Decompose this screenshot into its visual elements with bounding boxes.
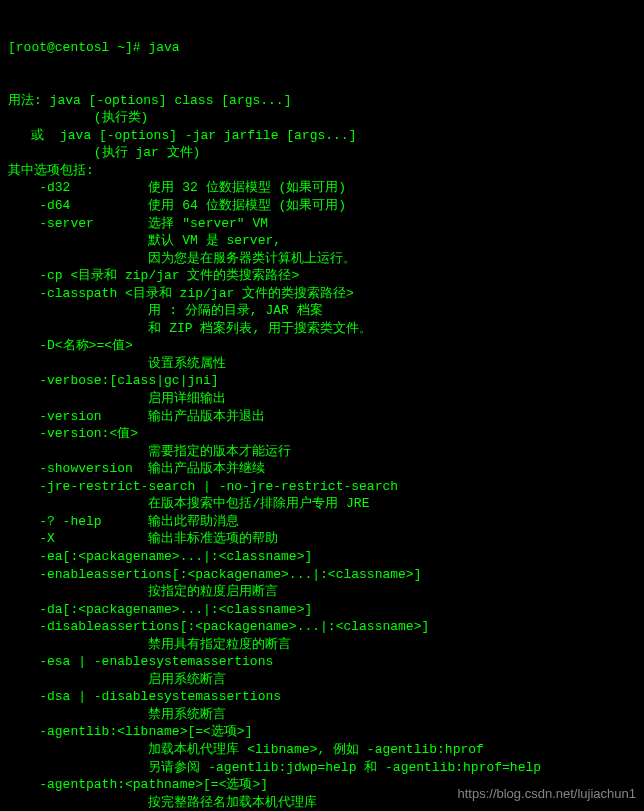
output-line: -server 选择 "server" VM [8, 215, 636, 233]
output-line: (执行类) [8, 109, 636, 127]
output-line: 加载本机代理库 <libname>, 例如 -agentlib:hprof [8, 741, 636, 759]
output-line: (执行 jar 文件) [8, 144, 636, 162]
output-line: -D<名称>=<值> [8, 337, 636, 355]
output-line: -version 输出产品版本并退出 [8, 408, 636, 426]
output-line: -dsa | -disablesystemassertions [8, 688, 636, 706]
output-line: 和 ZIP 档案列表, 用于搜索类文件。 [8, 320, 636, 338]
output-line: 启用系统断言 [8, 671, 636, 689]
output-line: 在版本搜索中包括/排除用户专用 JRE [8, 495, 636, 513]
output-line: 或 java [-options] -jar jarfile [args...] [8, 127, 636, 145]
output-line: 启用详细输出 [8, 390, 636, 408]
prompt-line: [root@centosl ~]# java [8, 39, 636, 57]
output-line: 其中选项包括: [8, 162, 636, 180]
prompt-text: [root@centosl ~]# java [8, 40, 180, 55]
output-line: -esa | -enablesystemassertions [8, 653, 636, 671]
output-line: -verbose:[class|gc|jni] [8, 372, 636, 390]
output-line: 按指定的粒度启用断言 [8, 583, 636, 601]
output-line: -d64 使用 64 位数据模型 (如果可用) [8, 197, 636, 215]
output-line: -showversion 输出产品版本并继续 [8, 460, 636, 478]
output-line: -classpath <目录和 zip/jar 文件的类搜索路径> [8, 285, 636, 303]
watermark: https://blog.csdn.net/lujiachun1 [457, 785, 636, 803]
output-line: -jre-restrict-search | -no-jre-restrict-… [8, 478, 636, 496]
output-line: 因为您是在服务器类计算机上运行。 [8, 250, 636, 268]
output-line: 禁用系统断言 [8, 706, 636, 724]
output-line: -version:<值> [8, 425, 636, 443]
output-line: -X 输出非标准选项的帮助 [8, 530, 636, 548]
output-line: -enableassertions[:<packagename>...|:<cl… [8, 566, 636, 584]
output-line: -agentlib:<libname>[=<选项>] [8, 723, 636, 741]
output-line: -cp <目录和 zip/jar 文件的类搜索路径> [8, 267, 636, 285]
terminal-output: [root@centosl ~]# java 用法: java [-option… [8, 4, 636, 811]
output-line: 需要指定的版本才能运行 [8, 443, 636, 461]
output-line: 默认 VM 是 server, [8, 232, 636, 250]
output-line: 用法: java [-options] class [args...] [8, 92, 636, 110]
output-lines: 用法: java [-options] class [args...] (执行类… [8, 92, 636, 811]
output-line: -disableassertions[:<packagename>...|:<c… [8, 618, 636, 636]
output-line: -da[:<packagename>...|:<classname>] [8, 601, 636, 619]
output-line: -ea[:<packagename>...|:<classname>] [8, 548, 636, 566]
output-line: 禁用具有指定粒度的断言 [8, 636, 636, 654]
output-line: 另请参阅 -agentlib:jdwp=help 和 -agentlib:hpr… [8, 759, 636, 777]
output-line: -d32 使用 32 位数据模型 (如果可用) [8, 179, 636, 197]
output-line: -? -help 输出此帮助消息 [8, 513, 636, 531]
output-line: 用 : 分隔的目录, JAR 档案 [8, 302, 636, 320]
output-line: 设置系统属性 [8, 355, 636, 373]
